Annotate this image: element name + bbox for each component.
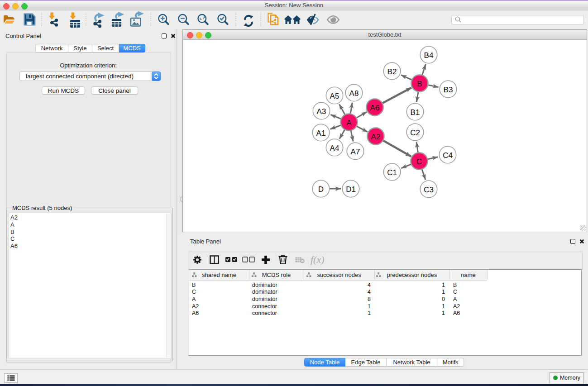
svg-text:A: A <box>346 119 352 127</box>
svg-text:A2: A2 <box>371 133 381 141</box>
svg-text:C2: C2 <box>410 129 420 137</box>
svg-text:A1: A1 <box>316 129 326 138</box>
svg-text:D: D <box>318 185 324 194</box>
svg-text:A4: A4 <box>330 144 339 152</box>
svg-text:B2: B2 <box>387 67 397 76</box>
svg-text:A3: A3 <box>317 107 326 116</box>
svg-text:D1: D1 <box>346 185 356 194</box>
svg-text:C1: C1 <box>387 168 397 177</box>
svg-text:C: C <box>416 157 422 166</box>
svg-text:A6: A6 <box>370 104 380 112</box>
svg-text:A7: A7 <box>351 148 360 156</box>
svg-text:f(x): f(x) <box>311 254 325 265</box>
svg-text:A8: A8 <box>349 89 359 98</box>
svg-text:A5: A5 <box>330 92 339 100</box>
svg-text:B4: B4 <box>424 51 434 60</box>
svg-text:C4: C4 <box>443 151 453 160</box>
svg-text:B: B <box>417 80 422 88</box>
svg-text:B1: B1 <box>411 108 420 117</box>
svg-text:B3: B3 <box>444 86 453 94</box>
svg-text:C3: C3 <box>424 186 434 194</box>
